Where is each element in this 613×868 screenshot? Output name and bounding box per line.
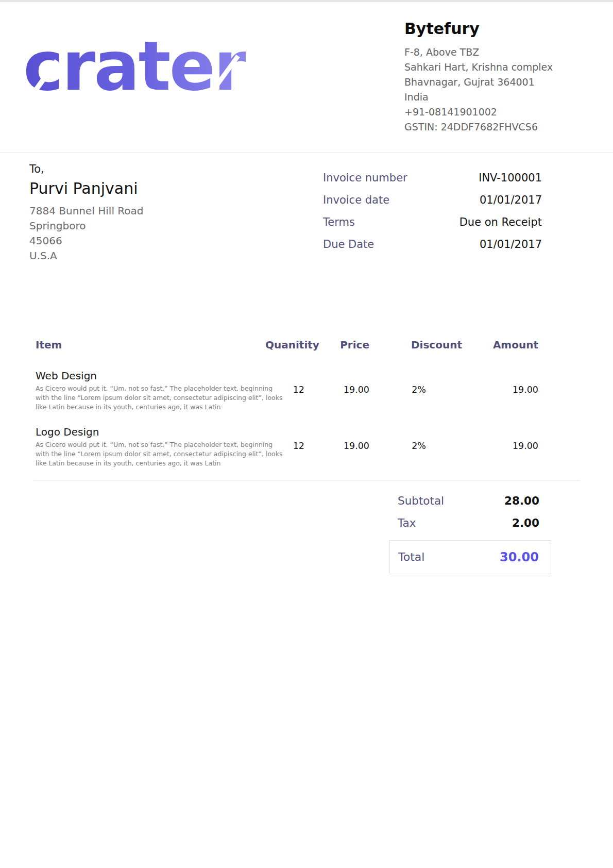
item-price: 19.00: [312, 369, 379, 412]
item-description-line: like Latin because in its youth, centuri…: [36, 403, 265, 412]
terms-row: Terms Due on Receipt: [323, 215, 542, 229]
item-description-line: with the line “Lorem ipsum dolor sit ame…: [36, 393, 265, 403]
crater-logo-text: crater: [23, 32, 246, 100]
item-quantity: 12: [265, 369, 312, 412]
subtotal-label: Subtotal: [398, 494, 444, 508]
total-box: Total 30.00: [389, 540, 551, 574]
company-address-line: F-8, Above TBZ: [404, 45, 600, 60]
company-phone: +91-08141901002: [404, 105, 600, 120]
tax-label: Tax: [398, 516, 416, 530]
item-name: Web Design: [36, 369, 265, 383]
invoice-date-row: Invoice date 01/01/2017: [323, 193, 542, 207]
item-description-line: like Latin because in its youth, centuri…: [36, 459, 265, 468]
invoice-date-label: Invoice date: [323, 193, 389, 207]
tax-row: Tax 2.00: [355, 516, 551, 530]
company-gstin: GSTIN: 24DDF7682FHVCS6: [404, 120, 600, 135]
item-cell: Logo Design As Cicero would put it, “Um,…: [33, 425, 265, 468]
customer-address-line: 45066: [29, 233, 246, 248]
item-cell: Web Design As Cicero would put it, “Um, …: [33, 369, 265, 412]
item-price: 19.00: [312, 425, 379, 468]
column-header-discount: Discount: [379, 338, 471, 352]
company-address-line: India: [404, 90, 600, 105]
invoice-date-value: 01/01/2017: [480, 193, 542, 207]
items-table: Item Quanitity Price Discount Amount Web…: [33, 338, 580, 481]
item-row: Web Design As Cicero would put it, “Um, …: [33, 369, 580, 412]
total-value: 30.00: [500, 549, 539, 565]
item-quantity: 12: [265, 425, 312, 468]
company-name: Bytefury: [404, 20, 600, 38]
total-label: Total: [398, 549, 424, 565]
company-address-line: Sahkari Hart, Krishna complex: [404, 60, 600, 75]
item-discount: 2%: [379, 369, 471, 412]
item-description: As Cicero would put it, “Um, not so fast…: [36, 384, 265, 412]
customer-address-line: 7884 Bunnel Hill Road: [29, 204, 246, 219]
due-date-row: Due Date 01/01/2017: [323, 238, 542, 252]
customer-address-line: U.S.A: [29, 248, 246, 263]
invoice-header: crater Bytefury F-8, Above TBZ Sahkari H…: [0, 2, 613, 153]
bill-to-block: To, Purvi Panjvani 7884 Bunnel Hill Road…: [29, 163, 246, 263]
company-block: Bytefury F-8, Above TBZ Sahkari Hart, Kr…: [404, 20, 600, 135]
invoice-number-row: Invoice number INV-100001: [323, 171, 542, 185]
due-date-label: Due Date: [323, 238, 374, 252]
crater-logo: crater: [23, 32, 265, 109]
tax-value: 2.00: [512, 516, 539, 530]
customer-address: 7884 Bunnel Hill Road Springboro 45066 U…: [29, 204, 246, 263]
column-header-amount: Amount: [471, 338, 580, 352]
item-amount: 19.00: [471, 369, 580, 412]
invoice-document: crater Bytefury F-8, Above TBZ Sahkari H…: [0, 0, 613, 868]
subtotal-row: Subtotal 28.00: [355, 494, 551, 508]
customer-name: Purvi Panjvani: [29, 179, 246, 197]
invoice-meta-block: Invoice number INV-100001 Invoice date 0…: [323, 171, 542, 260]
item-description-line: with the line “Lorem ipsum dolor sit ame…: [36, 449, 265, 459]
column-header-price: Price: [312, 338, 379, 352]
subtotal-value: 28.00: [504, 494, 539, 508]
item-description: As Cicero would put it, “Um, not so fast…: [36, 440, 265, 468]
bill-to-label: To,: [29, 163, 246, 175]
item-row: Logo Design As Cicero would put it, “Um,…: [33, 425, 580, 468]
invoice-number-label: Invoice number: [323, 171, 407, 185]
totals-block: Subtotal 28.00 Tax 2.00 Total 30.00: [355, 494, 551, 574]
item-description-line: As Cicero would put it, “Um, not so fast…: [36, 440, 265, 449]
terms-label: Terms: [323, 215, 355, 229]
terms-value: Due on Receipt: [459, 215, 542, 229]
item-name: Logo Design: [36, 425, 265, 439]
item-discount: 2%: [379, 425, 471, 468]
column-header-item: Item: [33, 338, 265, 352]
customer-address-line: Springboro: [29, 219, 246, 233]
item-amount: 19.00: [471, 425, 580, 468]
items-table-header: Item Quanitity Price Discount Amount: [33, 338, 580, 352]
item-description-line: As Cicero would put it, “Um, not so fast…: [36, 384, 265, 393]
column-header-quantity: Quanitity: [265, 338, 312, 352]
table-divider: [33, 480, 580, 481]
due-date-value: 01/01/2017: [480, 238, 542, 252]
invoice-number-value: INV-100001: [479, 171, 542, 185]
company-address-line: Bhavnagar, Gujrat 364001: [404, 75, 600, 90]
